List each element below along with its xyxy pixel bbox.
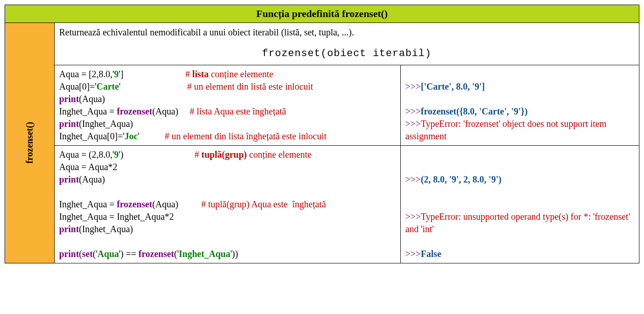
example2-code: Aqua = (2,8.0,'9') # tuplă(grup) conține… [54,145,400,263]
output-prompt: >>> [405,81,421,91]
code-text: Aqua = [2,8.0,' [59,69,114,79]
code-text: ' [138,131,140,141]
output-prompt: >>> [405,211,421,222]
code-comment: # [185,69,192,79]
example1-code: Aqua = [2,8.0,'9'] # lista conține eleme… [54,65,400,145]
output-prompt: >>> [405,106,421,116]
code-string: Joc [124,131,138,141]
code-string: 9 [114,149,119,160]
output-value: ['Carte', 8.0, '9'] [421,81,485,91]
code-text: ' [119,81,121,91]
code-text: (Aqua) [152,199,179,209]
code-string: Aqua [97,249,119,259]
output-value: False [421,249,441,259]
code-text: Aqua = Aqua*2 [59,162,118,172]
code-comment: conține elemente [208,69,273,79]
output-error: TypeError: 'frozenset' object does not s… [405,119,606,141]
code-text: (Aqua) [79,94,105,104]
code-text: Inghet_Aqua = [59,106,117,116]
code-text: Aqua[0]=' [59,81,97,91]
output-error: TypeError: unsupported operand type(s) f… [405,211,630,234]
code-string: Inghet_Aqua [179,249,230,259]
side-label-cell: frozenset() [5,23,55,263]
example2-output: >>>(2, 8.0, '9', 2, 8.0, '9')>>>TypeErro… [401,145,639,263]
code-keyword: print [59,224,79,234]
code-keyword: frozenset [117,106,152,116]
syntax-text: frozenset(obiect iterabil) [59,39,634,61]
code-text: Inghet_Aqua[0]=' [59,131,125,141]
code-text: (' [93,249,97,259]
code-string: 9 [114,69,119,79]
code-comment: # lista Aqua este înghețată [190,106,286,116]
code-comment: conține elemente [247,149,312,160]
code-text: ')) [230,249,238,259]
code-keyword: frozenset [117,199,152,209]
code-text: ') [119,149,123,160]
code-keyword: print [59,249,79,259]
side-label: frozenset() [24,122,35,164]
code-comment: # un element din lista înghețată este in… [165,131,327,141]
code-text: Aqua = (2,8.0,' [59,149,114,160]
code-text: Inghet_Aqua = [59,199,117,209]
code-keyword: print [59,174,79,184]
code-comment: # [195,149,202,160]
example1-output: >>>['Carte', 8.0, '9']>>>frozenset({8.0,… [401,65,639,145]
description-cell: Returnează echivalentul nemodificabil a … [54,23,639,65]
code-text: '] [119,69,123,79]
output-prompt: >>> [405,119,421,129]
output-value: (2, 8.0, '9', 2, 8.0, '9') [421,174,502,184]
code-text: Inghet_Aqua = Inghet_Aqua*2 [59,211,174,222]
code-text: ( [79,249,82,259]
code-keyword: frozenset [139,249,174,259]
code-string: Carte [96,81,119,91]
code-text: (' [174,249,179,259]
code-comment: # un element din listă este inlocuit [187,81,313,91]
table-title: Funcția predefinită frozenset() [5,5,639,23]
code-comment: lista [192,69,209,79]
code-comment: tuplă(grup) [202,149,247,160]
code-text: ') == [119,249,139,259]
code-comment: # tuplă(grup) Aqua este înghețată [201,199,326,209]
frozenset-table: Funcția predefinită frozenset() frozense… [5,5,639,263]
code-keyword: print [59,94,79,104]
output-prompt: >>> [405,249,421,259]
code-text: (Inghet_Aqua) [79,119,133,129]
description-text: Returnează echivalentul nemodificabil a … [59,26,634,39]
output-prompt: >>> [405,174,421,184]
output-value: frozenset({8.0, 'Carte', '9'}) [421,106,528,116]
code-keyword: set [82,249,93,259]
code-keyword: print [59,119,79,129]
code-text: (Aqua) [79,174,105,184]
code-text: (Aqua) [152,106,179,116]
code-text: (Inghet_Aqua) [79,224,133,234]
